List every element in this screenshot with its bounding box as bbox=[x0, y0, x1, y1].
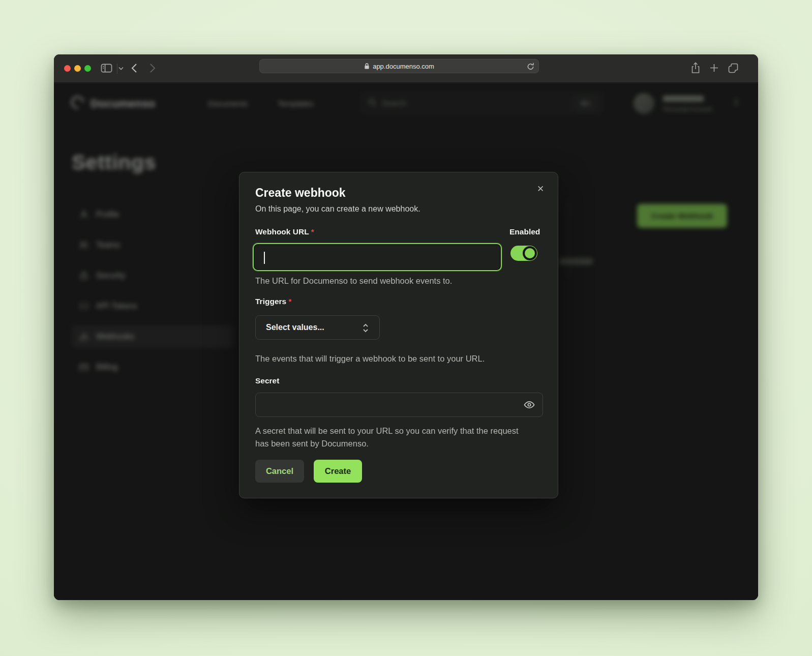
eye-icon[interactable] bbox=[523, 399, 535, 413]
webhook-url-helper: The URL for Documenso to send webhook ev… bbox=[255, 275, 452, 287]
toggle-knob bbox=[523, 246, 537, 260]
browser-window: app.documenso.com bbox=[54, 54, 758, 600]
tab-overview-icon[interactable] bbox=[728, 63, 738, 73]
secret-input[interactable] bbox=[255, 393, 543, 417]
triggers-label: Triggers * bbox=[255, 297, 292, 306]
sidebar-chevron-down-icon[interactable] bbox=[118, 67, 124, 70]
enabled-label: Enabled bbox=[509, 227, 540, 236]
chevron-up-down-icon bbox=[362, 323, 369, 335]
lock-icon bbox=[364, 63, 370, 70]
required-asterisk: * bbox=[288, 297, 291, 306]
address-bar[interactable]: app.documenso.com bbox=[259, 59, 539, 73]
webhook-url-label: Webhook URL * bbox=[255, 227, 314, 236]
forward-button[interactable] bbox=[149, 63, 156, 73]
cancel-button[interactable]: Cancel bbox=[255, 460, 304, 483]
dialog-title: Create webhook bbox=[255, 186, 346, 200]
toolbar-divider bbox=[117, 64, 117, 74]
address-text: app.documenso.com bbox=[373, 63, 434, 70]
create-button[interactable]: Create bbox=[314, 460, 362, 483]
triggers-select[interactable]: Select values... bbox=[255, 315, 380, 340]
reload-icon[interactable] bbox=[527, 62, 534, 72]
minimize-window-button[interactable] bbox=[74, 65, 81, 72]
new-tab-icon[interactable] bbox=[710, 64, 718, 72]
create-webhook-dialog: ✕ Create webhook On this page, you can c… bbox=[239, 172, 558, 498]
enabled-toggle[interactable] bbox=[510, 246, 537, 261]
share-icon[interactable] bbox=[691, 62, 700, 74]
back-button[interactable] bbox=[131, 63, 137, 73]
app-page: Documenso Documents Templates Search ⌘K … bbox=[54, 83, 758, 600]
close-icon[interactable]: ✕ bbox=[534, 182, 547, 195]
webhook-url-input[interactable] bbox=[253, 243, 502, 271]
close-window-button[interactable] bbox=[64, 65, 71, 72]
text-caret bbox=[264, 252, 265, 264]
dialog-description: On this page, you can create a new webho… bbox=[255, 204, 420, 214]
sidebar-toggle-icon[interactable] bbox=[101, 63, 112, 73]
required-asterisk: * bbox=[311, 227, 314, 236]
secret-label: Secret bbox=[255, 376, 279, 385]
select-placeholder: Select values... bbox=[266, 323, 324, 332]
secret-helper: A secret that will be sent to your URL s… bbox=[255, 425, 525, 450]
zoom-window-button[interactable] bbox=[84, 65, 91, 72]
browser-toolbar: app.documenso.com bbox=[54, 54, 758, 83]
triggers-helper: The events that will trigger a webhook t… bbox=[255, 352, 485, 365]
